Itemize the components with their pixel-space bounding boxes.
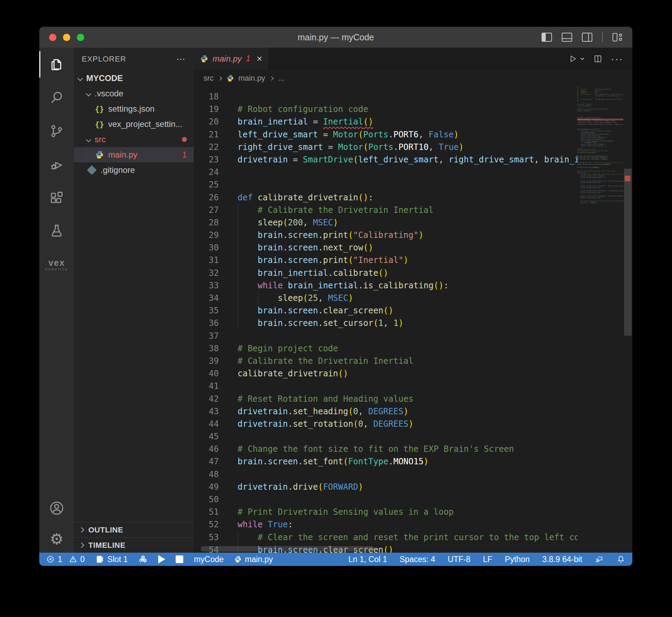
code-line-52: 52while True: (194, 518, 577, 531)
code-line-31: 31 brain.screen.print("Inertial") (194, 254, 577, 266)
eol-sequence[interactable]: LF (483, 555, 492, 564)
tree-item-src[interactable]: src (74, 132, 194, 147)
code-line-24: 24 (194, 166, 577, 178)
code-lines: 1819# Robot configuration code20brain_in… (194, 87, 577, 553)
line-number: 49 (194, 481, 219, 493)
run-debug-icon[interactable] (39, 148, 74, 181)
python-icon (200, 55, 208, 63)
more-actions-icon[interactable]: ··· (611, 53, 623, 65)
run-python-file-icon[interactable] (568, 54, 585, 63)
active-file[interactable]: main.py (234, 555, 273, 564)
close-window-button[interactable] (49, 34, 56, 41)
search-icon[interactable] (39, 81, 74, 114)
line-number: 43 (194, 405, 219, 418)
vertical-scrollbar[interactable] (623, 87, 632, 553)
encoding[interactable]: UTF-8 (448, 555, 470, 564)
line-number: 36 (194, 317, 219, 329)
vex-robotics-icon[interactable]: vexROBOTICS (39, 248, 74, 281)
tree-item--vscode[interactable]: .vscode (74, 86, 194, 101)
explorer-more-actions-icon[interactable]: ⋯ (176, 54, 186, 65)
scrollbar-thumb[interactable] (624, 169, 632, 336)
toggle-panel-icon[interactable] (562, 33, 572, 42)
code-line-48: 48 (194, 468, 577, 481)
chevron-down-icon (86, 137, 91, 142)
line-number: 48 (194, 468, 219, 481)
code-line-45: 45 (194, 430, 577, 443)
tab-problem-badge: 1 (246, 54, 250, 63)
breadcrumb: src main.py ... (194, 70, 632, 87)
minimap[interactable]: ## Project: Drivetrain Sensing# Module: … (577, 87, 623, 553)
line-number: 53 (194, 531, 219, 544)
code-editor[interactable]: 1819# Robot configuration code20brain_in… (194, 87, 632, 553)
tree-item-vex-project-settin-[interactable]: {}vex_project_settin... (74, 117, 194, 132)
account-icon[interactable] (39, 491, 74, 525)
close-tab-icon[interactable]: × (257, 53, 262, 64)
play-icon (158, 555, 165, 563)
breadcrumb-src[interactable]: src (203, 74, 214, 83)
problems-indicator[interactable]: 1 0 (46, 555, 85, 564)
line-number: 45 (194, 430, 219, 443)
split-editor-icon[interactable] (593, 54, 602, 63)
outline-section[interactable]: OUTLINE (74, 522, 194, 537)
line-number: 40 (194, 367, 219, 380)
indentation[interactable]: Spaces: 4 (400, 555, 435, 564)
code-line-46: 46# Change the font size to fit on the E… (194, 443, 577, 455)
line-number: 32 (194, 267, 219, 279)
settings-gear-icon[interactable]: ⚙ (39, 525, 74, 553)
cursor-position[interactable]: Ln 1, Col 1 (349, 555, 387, 564)
language-mode[interactable]: Python (505, 555, 530, 564)
stop-project-button[interactable] (176, 555, 183, 563)
blocks-project-icon[interactable] (138, 554, 148, 564)
explorer-icon[interactable] (39, 48, 74, 81)
tree-item-settings-json[interactable]: {}settings.json (74, 101, 194, 117)
explorer-title: EXPLORER (82, 55, 126, 64)
source-control-icon[interactable] (39, 114, 74, 148)
zoom-window-button[interactable] (77, 34, 84, 41)
extensions-icon[interactable] (39, 181, 74, 215)
code-line-28: 28 sleep(200, MSEC) (194, 216, 577, 229)
chevron-right-icon (270, 76, 274, 81)
breadcrumb-symbol[interactable]: ... (278, 74, 284, 83)
line-number: 27 (194, 204, 219, 216)
toggle-secondary-sidebar-icon[interactable] (582, 33, 592, 42)
code-line-38: 38# Begin project code (194, 342, 577, 355)
code-line-51: 51# Print Drivetrain Sensing values in a… (194, 506, 577, 518)
tab-bar: main.py 1 × ··· (194, 48, 632, 70)
brain-slot-icon (95, 555, 104, 564)
code-line-35: 35 brain.screen.clear_screen() (194, 304, 577, 317)
python-version[interactable]: 3.8.9 64-bit (542, 555, 582, 564)
line-number: 41 (194, 380, 219, 392)
code-line-32: 32 brain_inertial.calibrate() (194, 267, 577, 279)
app-name[interactable]: myCode (194, 555, 224, 564)
modified-dot (182, 137, 187, 142)
slot-selector[interactable]: Slot 1 (95, 555, 128, 564)
chevron-right-icon (218, 76, 222, 81)
traffic-lights (49, 34, 84, 41)
timeline-section[interactable]: TIMELINE (74, 537, 194, 553)
workspace-root-folder[interactable]: MYCODE (74, 71, 194, 86)
feedback-icon[interactable] (595, 555, 604, 564)
customize-layout-icon[interactable] (613, 33, 622, 41)
toggle-sidebar-icon[interactable] (542, 33, 552, 42)
code-line-19: 19# Robot configuration code (194, 103, 577, 115)
minimize-window-button[interactable] (63, 34, 70, 41)
code-line-29: 29 brain.screen.print("Calibrating") (194, 229, 577, 241)
breadcrumb-file[interactable]: main.py (238, 74, 265, 83)
line-number: 46 (194, 443, 219, 455)
code-line-39: 39# Calibrate the Drivetrain Inertial (194, 355, 577, 367)
notifications-bell-icon[interactable] (616, 555, 625, 564)
code-line-18: 18 (194, 90, 577, 103)
code-line-53: 53 # Clear the screen and reset the prin… (194, 531, 577, 544)
title-bar: main.py — myCode (39, 27, 632, 48)
testing-flask-icon[interactable] (39, 215, 74, 248)
line-number: 26 (194, 191, 219, 204)
code-line-47: 47brain.screen.set_font(FontType.MONO15) (194, 455, 577, 468)
line-number: 34 (194, 292, 219, 304)
run-project-button[interactable] (158, 555, 165, 563)
horizontal-scrollbar-thumb[interactable] (201, 546, 375, 552)
tree-item--gitignore[interactable]: .gitignore (74, 162, 194, 178)
tab-main-py[interactable]: main.py 1 × (194, 48, 269, 70)
line-number: 50 (194, 493, 219, 506)
tree-item-main-py[interactable]: main.py1 (74, 147, 194, 162)
problems-badge: 1 (182, 150, 187, 160)
